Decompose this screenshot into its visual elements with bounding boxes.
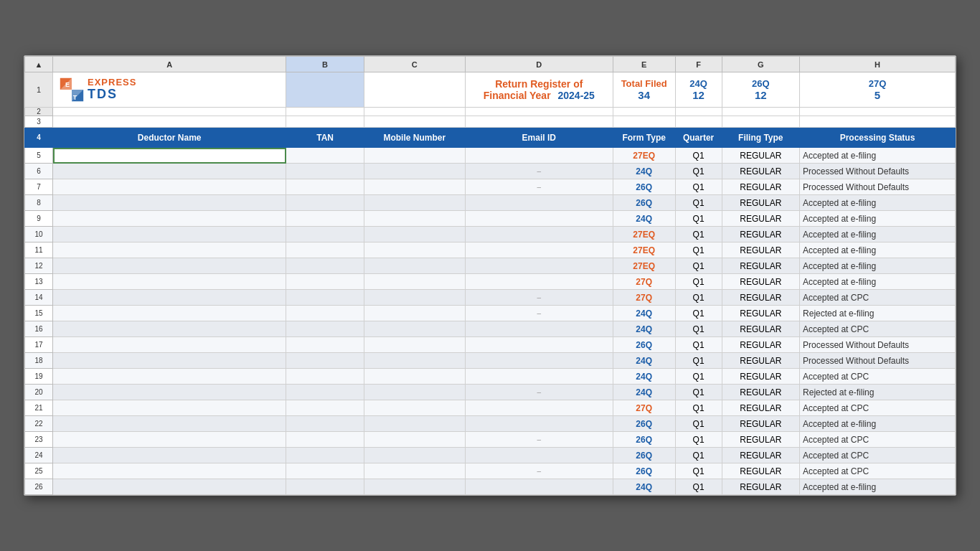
mobile-cell[interactable]	[364, 164, 465, 179]
email-cell[interactable]	[465, 400, 613, 416]
table-row[interactable]: 20–24QQ1REGULARRejected at e-filing	[25, 385, 956, 400]
email-cell[interactable]	[465, 448, 613, 463]
tan-cell[interactable]	[286, 148, 364, 164]
tan-cell[interactable]	[286, 448, 364, 463]
mobile-cell[interactable]	[364, 385, 465, 400]
email-cell[interactable]	[465, 479, 613, 495]
col-header-e[interactable]: E	[613, 57, 675, 72]
table-row[interactable]: 2226QQ1REGULARAccepted at e-filing	[25, 416, 956, 432]
email-cell[interactable]	[465, 195, 613, 211]
email-cell[interactable]: –	[465, 463, 613, 479]
mobile-cell[interactable]	[364, 321, 465, 337]
deductor-name-cell[interactable]	[53, 479, 286, 495]
deductor-name-cell[interactable]	[53, 211, 286, 227]
table-row[interactable]: 1726QQ1REGULARProcessed Without Defaults	[25, 337, 956, 353]
table-row[interactable]: 23–26QQ1REGULARAccepted at CPC	[25, 432, 956, 448]
table-row[interactable]: 1127EQQ1REGULARAccepted at e-filing	[25, 242, 956, 258]
tan-cell[interactable]	[286, 227, 364, 242]
mobile-cell[interactable]	[364, 211, 465, 227]
table-row[interactable]: 1624QQ1REGULARAccepted at CPC	[25, 321, 956, 337]
tan-cell[interactable]	[286, 479, 364, 495]
tan-cell[interactable]	[286, 242, 364, 258]
deductor-name-cell[interactable]	[53, 463, 286, 479]
tan-cell[interactable]	[286, 353, 364, 369]
email-cell[interactable]	[465, 242, 613, 258]
deductor-name-cell[interactable]	[53, 385, 286, 400]
mobile-cell[interactable]	[364, 290, 465, 306]
mobile-cell[interactable]	[364, 258, 465, 274]
table-row[interactable]: 1027EQQ1REGULARAccepted at e-filing	[25, 227, 956, 242]
tan-cell[interactable]	[286, 321, 364, 337]
table-row[interactable]: 826QQ1REGULARAccepted at e-filing	[25, 195, 956, 211]
table-row[interactable]: 7–26QQ1REGULARProcessed Without Defaults	[25, 179, 956, 195]
table-row[interactable]: 14–27QQ1REGULARAccepted at CPC	[25, 290, 956, 306]
deductor-name-cell[interactable]	[53, 242, 286, 258]
tan-cell[interactable]	[286, 463, 364, 479]
email-cell[interactable]: –	[465, 432, 613, 448]
mobile-cell[interactable]	[364, 195, 465, 211]
mobile-cell[interactable]	[364, 227, 465, 242]
col-header-d[interactable]: D	[465, 57, 613, 72]
tan-cell[interactable]	[286, 290, 364, 306]
email-cell[interactable]	[465, 211, 613, 227]
email-cell[interactable]	[465, 337, 613, 353]
tan-cell[interactable]	[286, 164, 364, 179]
deductor-name-cell[interactable]	[53, 448, 286, 463]
mobile-cell[interactable]	[364, 400, 465, 416]
table-row[interactable]: 1824QQ1REGULARProcessed Without Defaults	[25, 353, 956, 369]
table-row[interactable]: 1924QQ1REGULARAccepted at CPC	[25, 369, 956, 385]
email-cell[interactable]: –	[465, 179, 613, 195]
mobile-cell[interactable]	[364, 353, 465, 369]
tan-cell[interactable]	[286, 179, 364, 195]
table-row[interactable]: 1327QQ1REGULARAccepted at e-filing	[25, 274, 956, 290]
tan-cell[interactable]	[286, 416, 364, 432]
deductor-name-cell[interactable]	[53, 321, 286, 337]
mobile-cell[interactable]	[364, 148, 465, 164]
deductor-name-cell[interactable]	[53, 274, 286, 290]
col-header-h[interactable]: H	[800, 57, 956, 72]
deductor-name-cell[interactable]	[53, 400, 286, 416]
tan-cell[interactable]	[286, 195, 364, 211]
deductor-name-cell[interactable]	[53, 353, 286, 369]
tan-cell[interactable]	[286, 432, 364, 448]
deductor-name-cell[interactable]	[53, 337, 286, 353]
email-cell[interactable]	[465, 369, 613, 385]
email-cell[interactable]: –	[465, 290, 613, 306]
table-row[interactable]: 1227EQQ1REGULARAccepted at e-filing	[25, 258, 956, 274]
tan-cell[interactable]	[286, 337, 364, 353]
email-cell[interactable]: –	[465, 385, 613, 400]
mobile-cell[interactable]	[364, 432, 465, 448]
email-cell[interactable]: –	[465, 306, 613, 321]
table-row[interactable]: 2426QQ1REGULARAccepted at CPC	[25, 448, 956, 463]
col-header-c[interactable]: C	[364, 57, 465, 72]
deductor-name-cell[interactable]	[53, 416, 286, 432]
deductor-name-cell[interactable]	[53, 148, 286, 164]
email-cell[interactable]	[465, 258, 613, 274]
mobile-cell[interactable]	[364, 179, 465, 195]
deductor-name-cell[interactable]	[53, 306, 286, 321]
tan-cell[interactable]	[286, 400, 364, 416]
deductor-name-cell[interactable]	[53, 227, 286, 242]
table-row[interactable]: 6–24QQ1REGULARProcessed Without Defaults	[25, 164, 956, 179]
table-row[interactable]: 924QQ1REGULARAccepted at e-filing	[25, 211, 956, 227]
mobile-cell[interactable]	[364, 337, 465, 353]
col-header-f[interactable]: F	[675, 57, 722, 72]
tan-cell[interactable]	[286, 274, 364, 290]
deductor-name-cell[interactable]	[53, 432, 286, 448]
table-row[interactable]: 2127QQ1REGULARAccepted at CPC	[25, 400, 956, 416]
table-row[interactable]: 2624QQ1REGULARAccepted at e-filing	[25, 479, 956, 495]
mobile-cell[interactable]	[364, 369, 465, 385]
deductor-name-cell[interactable]	[53, 290, 286, 306]
mobile-cell[interactable]	[364, 242, 465, 258]
deductor-name-cell[interactable]	[53, 195, 286, 211]
email-cell[interactable]	[465, 321, 613, 337]
email-cell[interactable]	[465, 353, 613, 369]
deductor-name-cell[interactable]	[53, 179, 286, 195]
tan-cell[interactable]	[286, 306, 364, 321]
table-row[interactable]: 527EQQ1REGULARAccepted at e-filing	[25, 148, 956, 164]
col-header-b[interactable]: B	[286, 57, 364, 72]
table-row[interactable]: 15–24QQ1REGULARRejected at e-filing	[25, 306, 956, 321]
email-cell[interactable]	[465, 274, 613, 290]
deductor-name-cell[interactable]	[53, 164, 286, 179]
col-header-g[interactable]: G	[722, 57, 799, 72]
